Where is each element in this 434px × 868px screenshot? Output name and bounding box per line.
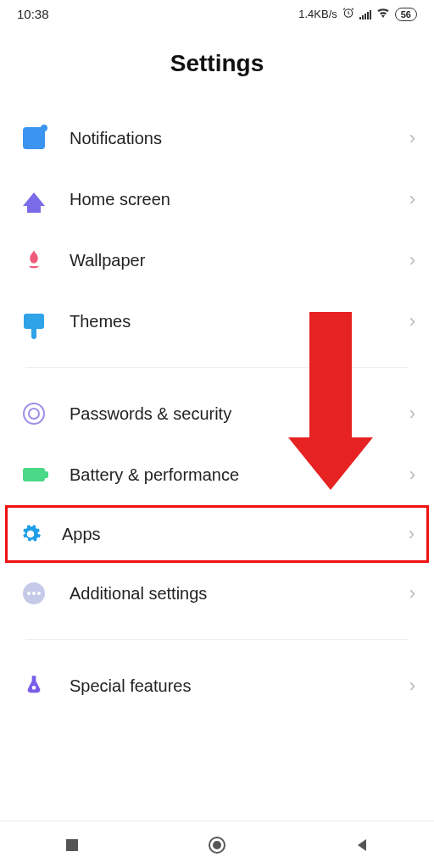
settings-item-special-features[interactable]: Special features › xyxy=(7,655,427,716)
settings-item-notifications[interactable]: Notifications › xyxy=(7,108,427,169)
status-bar: 10:38 1.4KB/s 56 xyxy=(0,0,434,25)
svg-point-3 xyxy=(213,841,221,849)
settings-item-label: Additional settings xyxy=(70,584,409,604)
more-icon xyxy=(19,578,49,609)
battery-indicator: 56 xyxy=(395,8,417,21)
svg-rect-1 xyxy=(66,839,78,851)
chevron-right-icon: › xyxy=(409,249,415,271)
chevron-right-icon: › xyxy=(409,127,415,149)
battery-icon xyxy=(19,459,49,490)
settings-item-themes[interactable]: Themes › xyxy=(7,291,427,352)
themes-icon xyxy=(19,306,49,337)
chevron-right-icon: › xyxy=(409,464,415,486)
home-button[interactable] xyxy=(205,833,229,857)
chevron-right-icon: › xyxy=(409,582,415,604)
settings-item-label: Special features xyxy=(70,676,409,696)
settings-list: Notifications › Home screen › Wallpaper … xyxy=(0,108,434,716)
settings-item-label: Battery & performance xyxy=(70,465,409,485)
settings-item-passwords-security[interactable]: Passwords & security › xyxy=(7,383,427,444)
page-title: Settings xyxy=(0,50,434,77)
wifi-icon xyxy=(376,8,390,20)
status-time: 10:38 xyxy=(17,7,49,21)
settings-item-label: Themes xyxy=(70,312,409,331)
home-icon xyxy=(19,184,49,214)
signal-icon xyxy=(359,9,371,19)
settings-item-label: Apps xyxy=(62,525,409,544)
network-speed: 1.4KB/s xyxy=(298,8,337,20)
notifications-icon xyxy=(19,123,49,153)
settings-item-apps[interactable]: Apps › xyxy=(5,505,429,563)
section-divider xyxy=(25,639,409,640)
page-header: Settings xyxy=(0,25,434,108)
recent-apps-button[interactable] xyxy=(60,833,84,857)
settings-item-additional-settings[interactable]: Additional settings › xyxy=(7,563,427,624)
chevron-right-icon: › xyxy=(409,675,415,697)
wallpaper-icon xyxy=(19,245,49,275)
settings-item-wallpaper[interactable]: Wallpaper › xyxy=(7,230,427,291)
alarm-icon xyxy=(342,7,354,21)
back-button[interactable] xyxy=(350,833,374,857)
settings-item-home-screen[interactable]: Home screen › xyxy=(7,169,427,230)
chevron-right-icon: › xyxy=(409,403,415,425)
settings-item-label: Passwords & security xyxy=(70,404,409,424)
settings-item-battery-performance[interactable]: Battery & performance › xyxy=(7,444,427,505)
chevron-right-icon: › xyxy=(409,188,415,210)
chevron-right-icon: › xyxy=(409,310,415,332)
section-divider xyxy=(25,367,409,368)
settings-item-label: Wallpaper xyxy=(70,251,409,270)
fingerprint-icon xyxy=(19,398,49,429)
chevron-right-icon: › xyxy=(409,523,415,545)
gear-icon xyxy=(19,523,42,545)
status-indicators: 1.4KB/s 56 xyxy=(298,7,417,21)
settings-item-label: Notifications xyxy=(70,129,409,148)
navigation-bar xyxy=(0,821,434,868)
flask-icon xyxy=(19,670,49,701)
settings-item-label: Home screen xyxy=(70,190,409,209)
